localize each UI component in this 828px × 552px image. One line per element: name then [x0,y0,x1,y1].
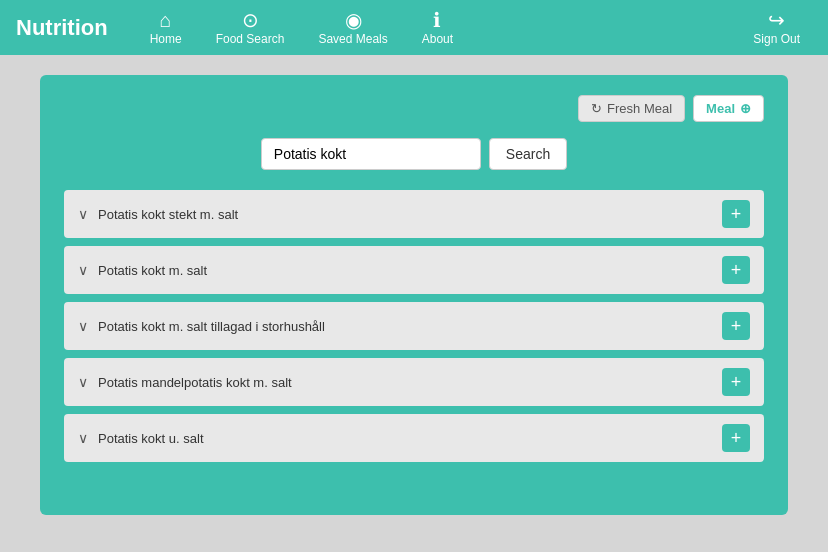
nav-about-label: About [422,32,453,46]
nav-food-search-label: Food Search [216,32,285,46]
navbar: Nutrition ⌂ Home ⊙ Food Search ◉ Saved M… [0,0,828,55]
main-content: ↻ Fresh Meal Meal ⊕ Search ∨ Potatis kok… [0,55,828,552]
nav-about[interactable]: ℹ About [410,6,465,50]
food-item-left: ∨ Potatis kokt u. salt [78,430,204,446]
chevron-down-icon: ∨ [78,430,88,446]
food-item: ∨ Potatis kokt m. salt tillagad i storhu… [64,302,764,350]
chevron-down-icon: ∨ [78,206,88,222]
refresh-icon: ↻ [591,101,602,116]
add-food-button[interactable]: + [722,424,750,452]
chevron-down-icon: ∨ [78,318,88,334]
home-icon: ⌂ [160,10,172,30]
nav-items: ⌂ Home ⊙ Food Search ◉ Saved Meals ℹ Abo… [138,6,742,50]
food-item-name: Potatis kokt stekt m. salt [98,207,238,222]
add-food-button[interactable]: + [722,200,750,228]
fresh-meal-label: Fresh Meal [607,101,672,116]
food-item: ∨ Potatis mandelpotatis kokt m. salt + [64,358,764,406]
food-item-name: Potatis kokt u. salt [98,431,204,446]
food-item: ∨ Potatis kokt stekt m. salt + [64,190,764,238]
nav-home[interactable]: ⌂ Home [138,6,194,50]
food-item-left: ∨ Potatis kokt m. salt tillagad i storhu… [78,318,325,334]
nav-food-search[interactable]: ⊙ Food Search [204,6,297,50]
meal-button[interactable]: Meal ⊕ [693,95,764,122]
brand-title: Nutrition [16,15,108,41]
sign-out-label: Sign Out [753,32,800,46]
search-button-label: Search [506,146,550,162]
add-food-button[interactable]: + [722,368,750,396]
nav-home-label: Home [150,32,182,46]
food-item: ∨ Potatis kokt u. salt + [64,414,764,462]
search-bar: Search [64,138,764,170]
sign-out-icon: ↪ [768,10,785,30]
food-item-left: ∨ Potatis kokt m. salt [78,262,207,278]
add-food-button[interactable]: + [722,312,750,340]
food-item-name: Potatis kokt m. salt [98,263,207,278]
saved-meals-icon: ◉ [345,10,362,30]
search-nav-icon: ⊙ [242,10,259,30]
nav-saved-meals-label: Saved Meals [318,32,387,46]
chevron-down-icon: ∨ [78,262,88,278]
food-item-left: ∨ Potatis kokt stekt m. salt [78,206,238,222]
content-card: ↻ Fresh Meal Meal ⊕ Search ∨ Potatis kok… [40,75,788,515]
meal-label: Meal [706,101,735,116]
food-list: ∨ Potatis kokt stekt m. salt + ∨ Potatis… [64,190,764,462]
search-button[interactable]: Search [489,138,567,170]
card-top-actions: ↻ Fresh Meal Meal ⊕ [64,95,764,122]
add-food-button[interactable]: + [722,256,750,284]
food-item-left: ∨ Potatis mandelpotatis kokt m. salt [78,374,292,390]
plus-circle-icon: ⊕ [740,101,751,116]
food-item: ∨ Potatis kokt m. salt + [64,246,764,294]
info-icon: ℹ [433,10,441,30]
search-input[interactable] [261,138,481,170]
sign-out-button[interactable]: ↪ Sign Out [741,6,812,50]
food-item-name: Potatis kokt m. salt tillagad i storhush… [98,319,325,334]
food-item-name: Potatis mandelpotatis kokt m. salt [98,375,292,390]
chevron-down-icon: ∨ [78,374,88,390]
fresh-meal-button[interactable]: ↻ Fresh Meal [578,95,685,122]
nav-saved-meals[interactable]: ◉ Saved Meals [306,6,399,50]
